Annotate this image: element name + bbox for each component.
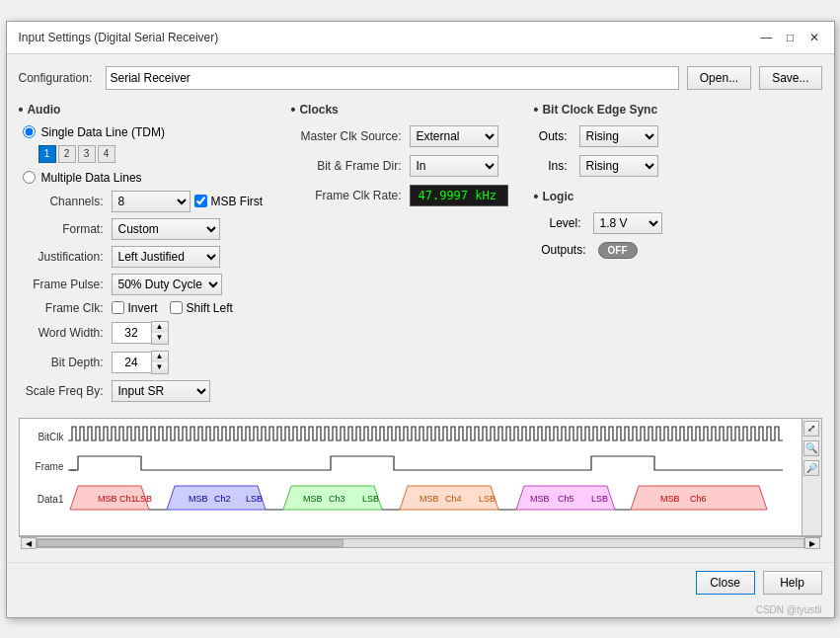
frame-clk-rate-display: 47.9997 kHz — [410, 185, 508, 206]
svg-text:Ch6: Ch6 — [690, 494, 707, 504]
svg-text:Ch4: Ch4 — [445, 494, 462, 504]
svg-text:MSB: MSB — [420, 494, 439, 504]
close-button-bottom[interactable]: Close — [696, 571, 755, 595]
maximize-button[interactable]: □ — [783, 30, 799, 45]
invert-checkbox[interactable] — [112, 301, 124, 314]
svg-text:Ch3: Ch3 — [329, 494, 345, 504]
minimize-button[interactable]: — — [759, 30, 775, 45]
bit-depth-row: Bit Depth: ▲ ▼ — [19, 351, 275, 374]
bit-depth-label: Bit Depth: — [23, 356, 112, 369]
bit-depth-up[interactable]: ▲ — [152, 352, 168, 362]
word-width-down[interactable]: ▼ — [152, 333, 168, 344]
single-data-line-radio[interactable] — [23, 125, 36, 138]
frame-pulse-select[interactable]: 50% Duty Cycle Single Bit — [112, 274, 222, 295]
outs-select[interactable]: Rising Falling — [579, 125, 658, 147]
format-select[interactable]: Custom I2S Left Justified — [112, 218, 220, 240]
invert-label: Invert — [128, 301, 158, 315]
word-width-input[interactable] — [112, 322, 151, 344]
config-input[interactable] — [106, 66, 679, 90]
frame-wave — [68, 452, 798, 482]
outputs-row: Outputs: OFF — [534, 242, 822, 259]
svg-text:MSB: MSB — [303, 494, 323, 504]
waveform-content: BitClk Frame — [20, 419, 821, 535]
scale-freq-select[interactable]: Input SR Custom — [112, 380, 210, 402]
level-select[interactable]: 1.8 V 3.3 V 5 V — [593, 212, 662, 234]
main-window: Input Settings (Digital Serial Receiver)… — [6, 21, 835, 618]
channels-select[interactable]: 8 4 2 1 — [112, 191, 191, 212]
frame-pulse-row: Frame Pulse: 50% Duty Cycle Single Bit — [19, 274, 275, 295]
svg-text:MSB: MSB — [660, 494, 680, 504]
shift-left-label: Shift Left — [187, 301, 233, 315]
channel-tabs: 1 2 3 4 — [38, 145, 275, 163]
justification-select[interactable]: Left Justified Right Justified — [112, 246, 220, 268]
config-row: Configuration: Open... Save... — [19, 66, 822, 90]
svg-text:Ch2: Ch2 — [214, 494, 231, 504]
channel-tab-3[interactable]: 3 — [78, 145, 96, 163]
bces-logic-section: Bit Clock Edge Sync Outs: Rising Falling… — [534, 102, 822, 408]
title-bar: Input Settings (Digital Serial Receiver)… — [7, 22, 834, 54]
multiple-data-lines-radio[interactable] — [23, 171, 36, 184]
scroll-right-button[interactable]: ▶ — [804, 537, 820, 549]
save-button[interactable]: Save... — [759, 66, 821, 90]
channel-tab-1[interactable]: 1 — [38, 145, 56, 163]
single-data-line-row: Single Data Line (TDM) — [19, 125, 275, 139]
svg-text:Ch1: Ch1 — [119, 494, 136, 504]
frame-svg — [68, 452, 798, 474]
justification-label: Justification: — [23, 250, 112, 264]
bit-depth-spinbox: ▲ ▼ — [112, 351, 169, 374]
word-width-label: Word Width: — [23, 326, 112, 340]
logic-section: Logic Level: 1.8 V 3.3 V 5 V Outputs: OF… — [534, 189, 822, 259]
frame-clk-row: Frame Clk: Invert Shift Left — [19, 301, 275, 315]
format-row: Format: Custom I2S Left Justified — [19, 218, 275, 240]
bitclk-row: BitClk — [24, 423, 798, 452]
channels-row: Channels: 8 4 2 1 MSB First — [19, 191, 275, 212]
frame-clk-label: Frame Clk: — [23, 301, 112, 315]
outs-label: Outs: — [534, 129, 573, 143]
channel-tab-2[interactable]: 2 — [58, 145, 76, 163]
single-data-line-label: Single Data Line (TDM) — [41, 125, 165, 139]
master-clk-select[interactable]: External Internal MCLK — [410, 125, 498, 147]
ins-select[interactable]: Rising Falling — [579, 155, 658, 177]
scroll-left-button[interactable]: ◀ — [21, 537, 37, 549]
word-width-spin-buttons: ▲ ▼ — [151, 321, 169, 345]
bit-depth-down[interactable]: ▼ — [152, 362, 168, 373]
master-clk-row: Master Clk Source: External Internal MCL… — [291, 125, 518, 147]
bitclk-wave — [68, 423, 798, 452]
shift-left-checkbox[interactable] — [170, 301, 183, 314]
outs-row: Outs: Rising Falling — [534, 125, 822, 147]
zoom-expand-button[interactable]: ⤢ — [803, 421, 819, 437]
scrollbar-track[interactable] — [37, 538, 804, 548]
frame-pulse-label: Frame Pulse: — [23, 278, 112, 291]
outputs-toggle[interactable]: OFF — [598, 242, 638, 259]
waveform-area: BitClk Frame — [19, 418, 822, 536]
msb-first-checkbox[interactable] — [194, 195, 207, 207]
channels-label: Channels: — [23, 195, 112, 208]
audio-header: Audio — [19, 102, 275, 118]
zoom-in-button[interactable]: 🔍 — [803, 440, 819, 456]
open-button[interactable]: Open... — [687, 66, 751, 90]
channel-tab-4[interactable]: 4 — [98, 145, 115, 163]
multiple-data-lines-label: Multiple Data Lines — [41, 171, 142, 185]
frame-label: Frame — [24, 461, 68, 472]
bit-depth-input[interactable] — [112, 352, 151, 373]
bitclk-label: BitClk — [24, 432, 68, 442]
scrollbar-thumb[interactable] — [38, 539, 344, 547]
level-row: Level: 1.8 V 3.3 V 5 V — [534, 212, 822, 234]
title-controls: — □ ✕ — [759, 30, 822, 45]
bit-frame-select[interactable]: In Out — [410, 155, 498, 177]
data1-svg: MSB Ch1 LSB MSB Ch2 LSB — [68, 482, 798, 514]
word-width-up[interactable]: ▲ — [152, 322, 168, 333]
scale-freq-label: Scale Freq By: — [23, 384, 112, 398]
frame-clk-rate-label: Frame Clk Rate: — [291, 189, 410, 202]
svg-text:LSB: LSB — [479, 494, 496, 504]
multiple-data-lines-row: Multiple Data Lines — [19, 171, 275, 185]
zoom-out-button[interactable]: 🔎 — [803, 460, 819, 476]
config-label: Configuration: — [19, 71, 98, 85]
svg-text:Ch5: Ch5 — [558, 494, 574, 504]
frame-clk-checks: Invert Shift Left — [112, 301, 233, 315]
word-width-spinbox: ▲ ▼ — [112, 321, 169, 345]
close-button[interactable]: ✕ — [806, 30, 822, 45]
format-label: Format: — [23, 222, 112, 236]
help-button[interactable]: Help — [763, 571, 822, 595]
level-label: Level: — [538, 216, 587, 230]
